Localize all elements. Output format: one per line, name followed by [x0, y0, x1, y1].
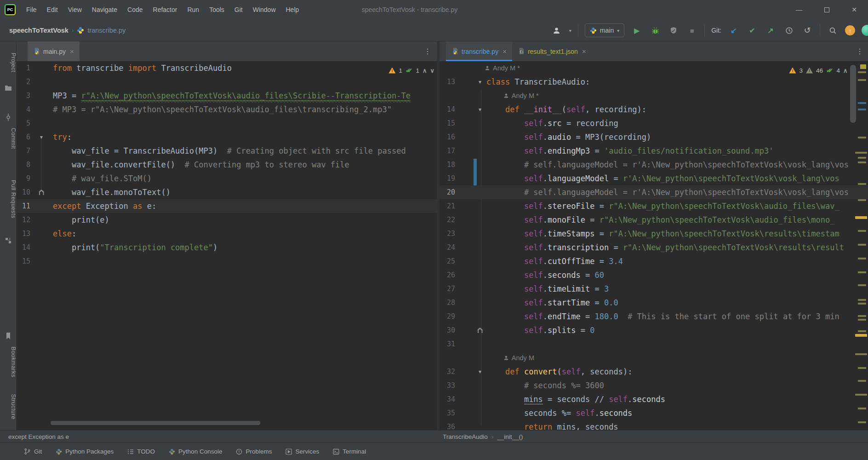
horizontal-scrollbar[interactable] [51, 421, 260, 425]
maximize-button[interactable] [813, 0, 840, 19]
line-number[interactable]: 22 [440, 216, 455, 224]
line-number[interactable]: 27 [440, 285, 455, 293]
stripe-warning-mark[interactable] [858, 271, 866, 273]
stripe-warning-mark[interactable] [858, 408, 866, 409]
more-options-icon[interactable]: ⋮ [856, 47, 863, 56]
stripe-warning-mark[interactable] [855, 216, 867, 219]
line-number[interactable]: 24 [440, 243, 455, 252]
prev-problem-icon[interactable]: ∧ [423, 67, 427, 74]
tool-window-button-bookmarks[interactable]: Bookmarks [0, 346, 17, 377]
menu-item-tools[interactable]: Tools [204, 4, 229, 15]
menu-item-help[interactable]: Help [281, 4, 304, 15]
line-number[interactable]: 4 [17, 105, 30, 114]
tab-results-text1-json[interactable]: {; results_text1.json × [512, 41, 592, 61]
method-marker-icon[interactable] [475, 328, 485, 333]
line-number[interactable]: 7 [17, 147, 30, 155]
stripe-warning-mark[interactable] [858, 183, 866, 185]
close-icon[interactable]: × [503, 47, 507, 55]
menu-item-edit[interactable]: Edit [42, 4, 63, 15]
author-annotation[interactable]: Andy M [440, 351, 868, 365]
user-dropdown-icon[interactable]: ▾ [569, 28, 571, 33]
stripe-warning-mark[interactable] [858, 299, 866, 301]
right-editor-breadcrumb[interactable]: TranscribeAudio › __init__() [443, 433, 523, 440]
line-number[interactable]: 15 [440, 119, 455, 127]
bookmark-icon[interactable] [5, 332, 12, 339]
stripe-warning-mark[interactable] [858, 137, 866, 138]
stripe-warning-mark[interactable] [858, 330, 866, 332]
minimize-button[interactable]: — [785, 0, 813, 19]
debug-button[interactable] [649, 24, 661, 36]
windows-grid-icon[interactable] [5, 237, 12, 244]
line-number[interactable]: 10 [17, 188, 30, 196]
line-number[interactable]: 29 [440, 312, 455, 321]
line-number[interactable]: 26 [440, 271, 455, 279]
tool-window-button-todo[interactable]: TODO [122, 446, 160, 457]
stripe-warning-mark[interactable] [858, 303, 866, 305]
line-number[interactable]: 11 [17, 202, 30, 210]
line-number[interactable]: 6 [17, 133, 30, 141]
stripe-change-mark[interactable] [858, 102, 866, 104]
line-number[interactable]: 16 [440, 133, 455, 141]
line-number[interactable]: 34 [440, 395, 455, 403]
breadcrumb-project[interactable]: speechToTextVosk [9, 27, 69, 34]
user-profile-icon[interactable] [551, 24, 563, 36]
next-problem-icon[interactable]: ∨ [430, 67, 434, 74]
stripe-warning-mark[interactable] [855, 152, 867, 154]
menu-item-code[interactable]: Code [122, 4, 148, 15]
tool-window-button-problems[interactable]: Problems [230, 446, 277, 457]
line-number[interactable]: 36 [440, 423, 455, 430]
run-with-coverage-button[interactable] [668, 24, 680, 36]
author-annotation[interactable]: Andy M * [440, 89, 868, 103]
line-number[interactable]: 13 [440, 78, 455, 86]
line-number[interactable]: 19 [440, 174, 455, 183]
stripe-warning-mark[interactable] [858, 199, 866, 201]
line-number[interactable]: 33 [440, 381, 455, 390]
tool-window-button-git[interactable]: Git [18, 446, 47, 457]
git-update-button[interactable]: ↙ [728, 24, 740, 36]
line-number[interactable]: 32 [440, 368, 455, 376]
history-clock-icon[interactable] [783, 24, 795, 36]
stripe-warning-mark[interactable] [858, 161, 866, 163]
git-push-button[interactable]: ↗ [765, 24, 777, 36]
stripe-warning-mark[interactable] [858, 315, 866, 317]
stripe-warning-mark[interactable] [858, 258, 866, 259]
line-number[interactable]: 17 [440, 147, 455, 155]
line-number[interactable]: 31 [440, 340, 455, 348]
fold-arrow-icon[interactable]: ▾ [475, 106, 485, 113]
editor-main-py[interactable]: 1from transcribe import TranscribeAudio2… [17, 61, 437, 430]
rollback-button[interactable]: ↺ [801, 24, 813, 36]
tool-window-button-services[interactable]: Services [280, 446, 325, 457]
stripe-warning-mark[interactable] [858, 79, 866, 81]
update-notification-badge[interactable]: ↑ [845, 25, 855, 35]
line-number[interactable]: 28 [440, 299, 455, 307]
inspection-status-indicator[interactable] [860, 64, 866, 69]
stripe-warning-mark[interactable] [855, 394, 867, 396]
stripe-warning-mark[interactable] [858, 157, 866, 159]
line-number[interactable]: 13 [17, 230, 30, 238]
line-number[interactable]: 35 [440, 409, 455, 417]
folder-icon[interactable] [5, 84, 12, 92]
stripe-change-mark[interactable] [858, 109, 866, 110]
tab-transcribe-py[interactable]: transcribe.py × [446, 41, 512, 61]
stripe-warning-mark[interactable] [855, 353, 867, 355]
method-marker-icon[interactable] [37, 190, 46, 195]
stripe-warning-mark[interactable] [858, 380, 866, 382]
line-number[interactable]: 9 [17, 174, 30, 183]
tool-window-button-structure[interactable]: Structure [0, 394, 17, 419]
menu-item-window[interactable]: Window [248, 4, 281, 15]
inspections-widget[interactable]: ! 3 ! 46 ✔✔ 4 ∧ ∨ [789, 64, 855, 76]
line-number[interactable]: 2 [17, 78, 30, 86]
editor-transcribe-py[interactable]: Andy M *13▾class TranscribeAudio:Andy M … [440, 61, 868, 430]
prev-problem-icon[interactable]: ∧ [843, 67, 848, 74]
fold-arrow-icon[interactable]: ▾ [475, 79, 485, 85]
close-icon[interactable]: × [70, 47, 74, 55]
line-number[interactable]: 23 [440, 230, 455, 238]
tool-window-button-project[interactable]: Project [0, 53, 17, 72]
stripe-warning-mark[interactable] [858, 319, 866, 321]
line-number[interactable]: 15 [17, 257, 30, 265]
stripe-warning-mark[interactable] [855, 334, 867, 337]
stripe-warning-mark[interactable] [858, 71, 866, 73]
stop-button[interactable]: ■ [686, 24, 698, 36]
line-number[interactable]: 1 [17, 64, 30, 72]
menu-item-view[interactable]: View [63, 4, 87, 15]
